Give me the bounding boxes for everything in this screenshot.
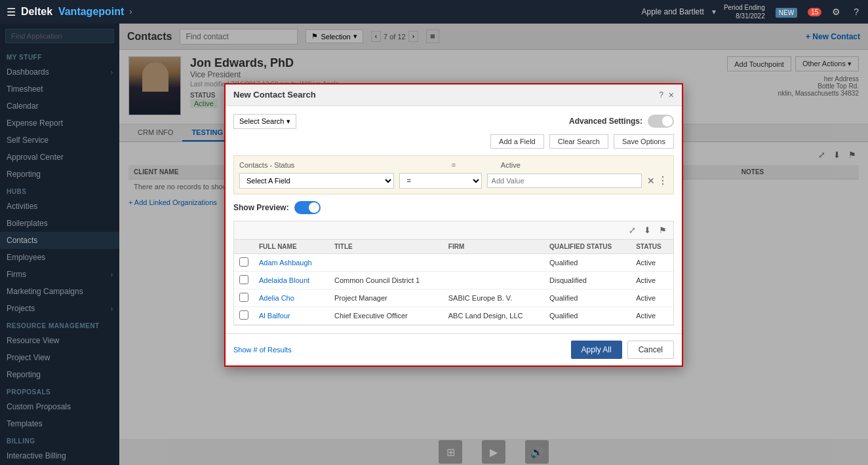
notification-badge[interactable]: 15 bbox=[808, 8, 821, 16]
hamburger-menu[interactable]: ☰ bbox=[7, 6, 16, 18]
cell-qualified-status: Qualified bbox=[544, 289, 631, 307]
modal-row1: Select Search ▾ Advanced Settings: bbox=[233, 114, 674, 129]
filter-value-label: Active bbox=[501, 161, 668, 169]
company-selector[interactable]: Apple and Bartlett bbox=[642, 7, 704, 16]
cell-status: Active bbox=[631, 289, 673, 307]
cell-full-name: Al Balfour bbox=[254, 307, 329, 324]
header-chevron: › bbox=[129, 7, 132, 16]
cell-title: Project Manager bbox=[329, 289, 443, 307]
row-checkbox[interactable] bbox=[239, 257, 248, 267]
toggle-knob bbox=[662, 116, 673, 126]
table-row: Al Balfour Chief Executive Officer ABC L… bbox=[234, 307, 673, 324]
cell-status: Active bbox=[631, 307, 673, 324]
advanced-settings-label: Advanced Settings: bbox=[569, 117, 642, 126]
show-results-link[interactable]: Show # of Results bbox=[233, 346, 292, 354]
table-row: Adam Ashbaugh Qualified Active bbox=[234, 253, 673, 271]
modal-title: New Contact Search bbox=[233, 90, 316, 100]
row-checkbox[interactable] bbox=[239, 293, 248, 302]
filter-eq-select[interactable]: = bbox=[399, 173, 481, 189]
cell-full-name: Adelaida Blount bbox=[254, 271, 329, 289]
preview-table-toolbar: ⤢ ⬇ ⚑ bbox=[234, 221, 673, 240]
apply-all-button[interactable]: Apply All bbox=[571, 341, 622, 359]
add-field-button[interactable]: Add a Field bbox=[490, 134, 544, 149]
period-ending: Period Ending 8/31/2022 bbox=[724, 3, 765, 20]
new-badge-btn[interactable]: NEW bbox=[773, 5, 800, 18]
preview-table-area: ⤢ ⬇ ⚑ FULL NAME TITLE FIRM QUALIFIED STA… bbox=[233, 221, 674, 326]
table-row: Adelia Cho Project Manager SABIC Europe … bbox=[234, 289, 673, 307]
preview-filter-icon[interactable]: ⚑ bbox=[656, 224, 669, 236]
col-checkbox bbox=[234, 240, 254, 254]
brand-deltek: Deltek bbox=[21, 6, 52, 17]
filter-more-button[interactable]: ⋮ bbox=[658, 174, 668, 187]
save-options-button[interactable]: Save Options bbox=[614, 134, 674, 149]
filter-value-input[interactable] bbox=[487, 174, 642, 188]
select-search-dropdown-icon: ▾ bbox=[286, 117, 290, 126]
cell-title bbox=[329, 253, 443, 271]
header-right: Apple and Bartlett ▾ Period Ending 8/31/… bbox=[642, 3, 862, 20]
modal-header: New Contact Search ? × bbox=[226, 84, 682, 106]
cell-firm: SABIC Europe B. V. bbox=[443, 289, 544, 307]
col-qualified-status: QUALIFIED STATUS bbox=[544, 240, 631, 254]
filter-field-label: Contacts - Status bbox=[239, 161, 406, 169]
modal-buttons-row: Add a Field Clear Search Save Options bbox=[233, 134, 674, 149]
toggle-knob bbox=[309, 202, 319, 213]
preview-expand-icon[interactable]: ⤢ bbox=[626, 224, 639, 236]
brand-product: Vantagepoint bbox=[58, 6, 124, 17]
cell-firm bbox=[443, 271, 544, 289]
preview-table-header: FULL NAME TITLE FIRM QUALIFIED STATUS ST… bbox=[234, 240, 673, 254]
table-row: Adelaida Blount Common Council District … bbox=[234, 271, 673, 289]
clear-search-button[interactable]: Clear Search bbox=[549, 134, 608, 149]
modal-overlay: New Contact Search ? × Select Search ▾ A… bbox=[0, 24, 868, 465]
modal-cancel-button[interactable]: Cancel bbox=[627, 341, 674, 359]
preview-table: FULL NAME TITLE FIRM QUALIFIED STATUS ST… bbox=[234, 240, 673, 325]
help-icon[interactable]: ? bbox=[851, 5, 861, 18]
company-dropdown-icon[interactable]: ▾ bbox=[712, 7, 716, 16]
row-checkbox[interactable] bbox=[239, 310, 248, 320]
header-left: ☰ Deltek Vantagepoint › bbox=[7, 6, 132, 18]
filter-remove-button[interactable]: ✕ bbox=[647, 176, 655, 186]
cell-title: Common Council District 1 bbox=[329, 271, 443, 289]
cell-title: Chief Executive Officer bbox=[329, 307, 443, 324]
col-title: TITLE bbox=[329, 240, 443, 254]
filter-actions: ✕ ⋮ bbox=[647, 174, 668, 187]
modal-footer-buttons: Apply All Cancel bbox=[571, 341, 674, 359]
search-filter-row: Contacts - Status = Active Select A Fiel… bbox=[233, 155, 674, 195]
cell-qualified-status: Qualified bbox=[544, 307, 631, 324]
cell-firm: ABC Land Design, LLC bbox=[443, 307, 544, 324]
modal-close-button[interactable]: × bbox=[669, 90, 674, 100]
advanced-settings-toggle[interactable] bbox=[648, 115, 674, 128]
select-search-label: Select Search bbox=[239, 117, 284, 125]
cell-firm bbox=[443, 253, 544, 271]
select-search-button[interactable]: Select Search ▾ bbox=[233, 114, 296, 129]
brand-logo: Deltek Vantagepoint bbox=[21, 6, 124, 18]
cell-full-name: Adelia Cho bbox=[254, 289, 329, 307]
filter-field-select[interactable]: Select A Field bbox=[239, 173, 394, 189]
modal-footer: Show # of Results Apply All Cancel bbox=[226, 333, 682, 365]
cell-status: Active bbox=[631, 253, 673, 271]
cell-qualified-status: Disqualified bbox=[544, 271, 631, 289]
filter-label-row: Contacts - Status = Active bbox=[239, 161, 668, 169]
modal-body: Select Search ▾ Advanced Settings: Add a… bbox=[226, 106, 682, 333]
preview-download-icon[interactable]: ⬇ bbox=[641, 224, 654, 236]
col-firm: FIRM bbox=[443, 240, 544, 254]
settings-icon[interactable]: ⚙ bbox=[829, 5, 843, 18]
col-full-name: FULL NAME bbox=[254, 240, 329, 254]
advanced-settings: Advanced Settings: bbox=[569, 115, 674, 128]
modal-header-right: ? × bbox=[659, 90, 674, 100]
cell-qualified-status: Qualified bbox=[544, 253, 631, 271]
row-checkbox[interactable] bbox=[239, 275, 248, 284]
show-preview-toggle[interactable] bbox=[294, 201, 321, 214]
cell-full-name: Adam Ashbaugh bbox=[254, 253, 329, 271]
modal-help-icon[interactable]: ? bbox=[659, 90, 663, 100]
filter-eq-label: = bbox=[412, 161, 496, 169]
show-preview-label: Show Preview: bbox=[233, 203, 289, 212]
cell-status: Active bbox=[631, 271, 673, 289]
col-status: STATUS bbox=[631, 240, 673, 254]
filter-inputs-row: Select A Field = ✕ ⋮ bbox=[239, 173, 668, 189]
top-header: ☰ Deltek Vantagepoint › Apple and Bartle… bbox=[0, 0, 868, 24]
new-contact-search-modal: New Contact Search ? × Select Search ▾ A… bbox=[224, 83, 683, 367]
show-preview-row: Show Preview: bbox=[233, 201, 674, 214]
